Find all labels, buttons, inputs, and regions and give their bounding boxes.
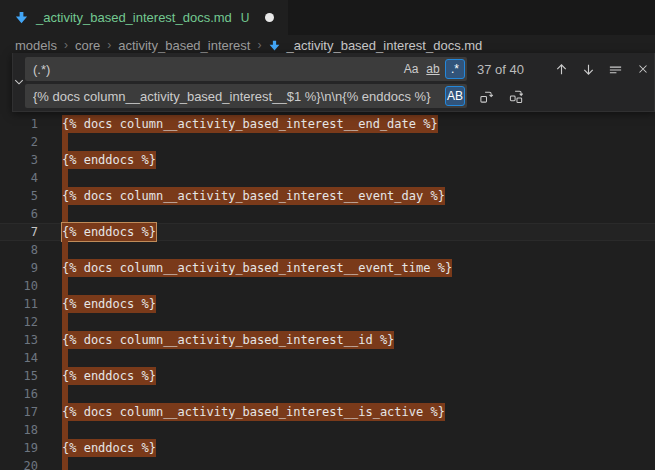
line-number: 7: [0, 223, 38, 241]
modified-dot-icon[interactable]: [265, 13, 274, 22]
line-number: 18: [0, 421, 38, 439]
search-match: {% enddocs %}: [62, 151, 156, 169]
code-line[interactable]: 11{% enddocs %}: [0, 295, 655, 313]
replace-value: {% docs column__activity_based_interest_…: [33, 89, 443, 104]
code-text: {% docs column__activity_based_interest_…: [62, 331, 394, 349]
find-value: (.*): [33, 62, 399, 77]
code-text: [62, 349, 68, 367]
code-line[interactable]: 2: [0, 133, 655, 151]
tab-active[interactable]: _activity_based_interest_docs.md U: [0, 0, 288, 35]
search-match: {% docs column__activity_based_interest_…: [62, 331, 394, 349]
search-match-empty: [62, 349, 68, 367]
markdown-icon: [14, 10, 29, 25]
code-line[interactable]: 15{% enddocs %}: [0, 367, 655, 385]
search-match-empty: [62, 241, 68, 259]
tab-bar: _activity_based_interest_docs.md U: [0, 0, 655, 35]
line-number: 13: [0, 331, 38, 349]
code-line[interactable]: 3{% enddocs %}: [0, 151, 655, 169]
search-match-empty: [62, 457, 68, 470]
preserve-case-button[interactable]: AB: [445, 86, 465, 106]
code-line[interactable]: 13{% docs column__activity_based_interes…: [0, 331, 655, 349]
current-search-match: {% enddocs %}: [62, 223, 156, 241]
replace-input[interactable]: {% docs column__activity_based_interest_…: [25, 84, 467, 108]
code-line[interactable]: 14: [0, 349, 655, 367]
replace-all-button[interactable]: [506, 86, 527, 107]
code-line[interactable]: 20: [0, 457, 655, 470]
code-line[interactable]: 6: [0, 205, 655, 223]
code-line[interactable]: 18: [0, 421, 655, 439]
replace-button[interactable]: [476, 86, 497, 107]
line-number: 16: [0, 385, 38, 403]
code-line[interactable]: 8: [0, 241, 655, 259]
markdown-icon: [268, 39, 281, 52]
breadcrumb-item-models[interactable]: models: [15, 38, 57, 53]
previous-match-button[interactable]: [551, 59, 572, 80]
search-match: {% docs column__activity_based_interest_…: [62, 403, 445, 421]
line-number: 4: [0, 169, 38, 187]
whole-word-button[interactable]: ab: [423, 59, 443, 79]
code-line[interactable]: 19{% enddocs %}: [0, 439, 655, 457]
line-number: 19: [0, 439, 38, 457]
search-match-empty: [62, 385, 68, 403]
next-match-button[interactable]: [578, 59, 599, 80]
code-line[interactable]: 16: [0, 385, 655, 403]
code-text: [62, 313, 68, 331]
code-line[interactable]: 5{% docs column__activity_based_interest…: [0, 187, 655, 205]
breadcrumb-separator: ›: [107, 38, 111, 52]
code-line[interactable]: 1{% docs column__activity_based_interest…: [0, 115, 655, 133]
search-match: {% enddocs %}: [62, 295, 156, 313]
search-match: {% docs column__activity_based_interest_…: [62, 115, 438, 133]
find-in-selection-icon[interactable]: [605, 59, 626, 80]
code-text: [62, 421, 68, 439]
line-number: 2: [0, 133, 38, 151]
code-text: {% docs column__activity_based_interest_…: [62, 187, 445, 205]
code-line[interactable]: 4: [0, 169, 655, 187]
breadcrumb-item-activity-based-interest[interactable]: activity_based_interest: [118, 38, 250, 53]
code-line[interactable]: 7{% enddocs %}: [0, 223, 655, 241]
code-line[interactable]: 12: [0, 313, 655, 331]
code-line[interactable]: 10: [0, 277, 655, 295]
search-match-empty: [62, 205, 68, 223]
search-match: {% enddocs %}: [62, 439, 156, 457]
close-icon[interactable]: [632, 59, 653, 80]
search-match: {% docs column__activity_based_interest_…: [62, 187, 445, 205]
code-text: {% enddocs %}: [62, 367, 156, 385]
code-text: {% enddocs %}: [62, 295, 156, 313]
editor[interactable]: 1{% docs column__activity_based_interest…: [0, 55, 655, 470]
find-input[interactable]: (.*) Aa ab .*: [25, 57, 467, 81]
regex-button[interactable]: .*: [445, 59, 465, 79]
code-text: [62, 133, 68, 151]
code-text: [62, 457, 68, 470]
line-number: 15: [0, 367, 38, 385]
code-text: [62, 169, 68, 187]
code-text: [62, 241, 68, 259]
search-match-empty: [62, 133, 68, 151]
line-number: 12: [0, 313, 38, 331]
line-number: 14: [0, 349, 38, 367]
code-text: {% enddocs %}: [62, 151, 156, 169]
code-line[interactable]: 9{% docs column__activity_based_interest…: [0, 259, 655, 277]
search-match: {% enddocs %}: [62, 367, 156, 385]
code-text: {% docs column__activity_based_interest_…: [62, 403, 445, 421]
line-number: 5: [0, 187, 38, 205]
code-text: [62, 277, 68, 295]
git-status-badge: U: [241, 11, 250, 25]
breadcrumb-item-core[interactable]: core: [75, 38, 100, 53]
find-widget: (.*) Aa ab .* 37 of 40 {% docs column__a…: [12, 53, 655, 112]
code-text: {% docs column__activity_based_interest_…: [62, 115, 438, 133]
line-number: 17: [0, 403, 38, 421]
line-number: 3: [0, 151, 38, 169]
toggle-replace-button[interactable]: [13, 57, 25, 107]
breadcrumb: models › core › activity_based_interest …: [0, 35, 655, 55]
match-case-button[interactable]: Aa: [401, 59, 421, 79]
search-match-empty: [62, 421, 68, 439]
line-number: 1: [0, 115, 38, 133]
line-number: 10: [0, 277, 38, 295]
code-text: {% enddocs %}: [62, 439, 156, 457]
code-line[interactable]: 17{% docs column__activity_based_interes…: [0, 403, 655, 421]
code-text: [62, 385, 68, 403]
line-number: 11: [0, 295, 38, 313]
line-number: 8: [0, 241, 38, 259]
breadcrumb-item-file[interactable]: _activity_based_interest_docs.md: [268, 38, 482, 53]
breadcrumb-separator: ›: [64, 38, 68, 52]
